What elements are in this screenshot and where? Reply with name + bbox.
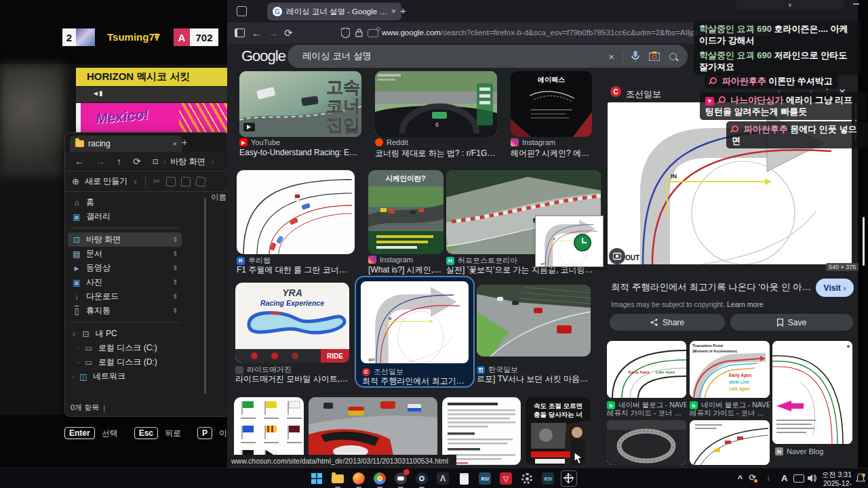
result-thumbnail-ride-magazine[interactable]: YRA Racing Experience RIDE <box>235 283 349 363</box>
tracking-shield-icon[interactable] <box>341 28 350 38</box>
taskbar-capture-target-icon[interactable] <box>561 470 577 487</box>
taskbar-steam-icon[interactable] <box>414 470 430 487</box>
selected-result-card[interactable]: C조선일보 최적 주행라인에서 최고기록 나온... <box>355 276 475 388</box>
tab-close-icon[interactable]: × <box>173 140 177 148</box>
tray-sync-icon[interactable]: ⟳ <box>749 472 756 483</box>
lens-search-icon[interactable] <box>649 52 660 61</box>
refresh-icon[interactable]: ⟳ <box>133 157 141 166</box>
sidebar-item-desktop[interactable]: ⊡바탕 화면✎ <box>68 232 182 247</box>
explorer-tab[interactable]: racing × <box>70 136 182 152</box>
rename-icon[interactable] <box>195 176 206 186</box>
related-thumbnail-2[interactable]: Transition Point (Moment of Acceleration… <box>690 341 770 398</box>
back-icon[interactable]: ← <box>252 28 262 38</box>
visit-button[interactable]: Visit› <box>816 279 854 297</box>
forward-icon[interactable]: → <box>96 157 105 166</box>
result-thumbnail-ruliweb-diagram[interactable] <box>237 170 355 254</box>
chat-collapsed-row[interactable]: ∨ <box>736 1 844 9</box>
ime-indicator[interactable]: A <box>781 473 787 483</box>
result-source[interactable]: Instagram <box>511 138 592 146</box>
up-icon[interactable]: ↑ <box>117 157 121 166</box>
taskbar-explorer-icon[interactable] <box>330 470 346 487</box>
tab-list-icon[interactable] <box>237 6 247 16</box>
related-thumbnail-apex-diagram[interactable] <box>690 420 770 465</box>
page-scrollbar[interactable] <box>863 217 865 266</box>
collapse-chevron-icon[interactable]: ∨ <box>72 331 77 338</box>
result-source[interactable]: Instagram <box>368 256 443 264</box>
new-item-button[interactable]: 새로 만들기 <box>85 176 127 187</box>
tray-notification-bell-icon[interactable] <box>856 473 865 483</box>
voice-search-icon[interactable] <box>631 51 639 62</box>
search-box[interactable]: 레이싱 코너 설명 × <box>288 45 688 68</box>
new-item-chevron-icon[interactable]: ∨ <box>133 178 138 185</box>
site-permissions-icon[interactable] <box>368 29 378 37</box>
result-source[interactable]: ▶YouTube <box>239 138 361 146</box>
google-lens-icon[interactable] <box>609 248 625 264</box>
result-title[interactable]: 코너링 제대로 하는 법? : r/F1Game <box>375 148 497 159</box>
sidebar-item-recycle-bin[interactable]: ▯휴지통✎ <box>68 304 182 318</box>
tray-clock[interactable]: 오전 3:31 2025-12-05 <box>819 470 852 488</box>
result-title[interactable]: F1 주월에 대한 룰 그란 코너링 페널티... <box>237 264 355 276</box>
sidebar-item-disk-c[interactable]: ›▭로컬 디스크 (C:) <box>68 341 182 355</box>
tray-display-icon[interactable] <box>793 474 804 483</box>
related-source[interactable]: NNaver Blog <box>775 447 852 455</box>
result-title[interactable]: 라이드매거진 모바일 사이트, 제5회 ... <box>235 373 349 385</box>
result-thumbnail-reddit[interactable]: 6 <box>375 71 497 137</box>
cut-icon[interactable]: ✂ <box>153 176 161 186</box>
taskbar-discord-icon[interactable] <box>393 470 409 487</box>
taskbar-aframe-app-icon[interactable]: Λ <box>435 470 451 487</box>
search-submit-icon[interactable] <box>669 53 677 60</box>
lock-icon[interactable] <box>355 28 363 37</box>
taskbar-rsi-dark-icon[interactable]: RSI <box>540 470 556 487</box>
sidebar-item-pictures[interactable]: ▣사진✎ <box>68 275 182 289</box>
browser-active-tab[interactable]: G 레이싱 코너 설명 - Google Se × <box>267 3 401 20</box>
expand-chevron-icon[interactable]: › <box>77 345 79 352</box>
reload-icon[interactable]: ⟳ <box>284 28 293 38</box>
sidebar-item-downloads[interactable]: ↓다운로드✎ <box>68 289 182 304</box>
sidebar-item-videos[interactable]: ▶동영상✎ <box>68 261 182 275</box>
back-icon[interactable]: ← <box>75 157 84 166</box>
tray-expand-icon[interactable]: ^ <box>738 474 743 483</box>
taskbar-chrome-icon[interactable] <box>372 470 388 487</box>
result-thumbnail-youtube[interactable]: 고속 코너 진입 <box>239 71 361 137</box>
taskbar-notepad-icon[interactable] <box>456 470 472 487</box>
sidebar-item-home[interactable]: ⌂홈 <box>68 195 182 209</box>
sidebar-item-network[interactable]: ›◫네트워크 <box>68 369 182 384</box>
paste-icon[interactable] <box>181 177 191 186</box>
sidebar-item-gallery[interactable]: ▣갤러리 <box>68 209 182 224</box>
breadcrumb[interactable]: 바탕 화면 <box>170 156 205 167</box>
related-thumbnail-1[interactable]: Early Apex Late Apex <box>607 341 686 398</box>
forward-icon[interactable]: → <box>268 28 278 38</box>
result-title[interactable]: [What is?] 시케인, 그... <box>368 264 443 276</box>
tab-close-icon[interactable]: × <box>391 7 396 16</box>
expand-chevron-icon[interactable]: › <box>77 359 79 366</box>
related-title[interactable]: 레퓨지 가이드 - 코너 라인의 ... <box>607 409 686 418</box>
taskbar-settings-gear-icon[interactable] <box>519 470 535 487</box>
result-title[interactable]: 르포] TV서나 보던 서킷 마음껏...급... <box>477 373 591 385</box>
sidebar-item-documents[interactable]: ▤문서✎ <box>68 247 182 261</box>
related-title[interactable]: 레퓨지 가이드 - 코너 라인의 ... <box>690 409 770 418</box>
new-tab-icon[interactable]: + <box>182 138 187 147</box>
start-button[interactable] <box>309 470 325 487</box>
chevron-down-icon[interactable]: ∨ <box>788 2 792 8</box>
result-thumbnail-hankook-track[interactable] <box>477 285 591 357</box>
result-thumbnail-instagram-chicane[interactable]: 시케인이란? <box>368 170 443 254</box>
taskbar-firefox-icon[interactable] <box>351 470 367 487</box>
tray-download-arrow-icon[interactable]: ↓ <box>766 473 770 483</box>
new-item-plus-icon[interactable]: ⊕ <box>72 177 79 186</box>
image-hover-preview-popup[interactable] <box>535 216 604 267</box>
learn-more-link[interactable]: Learn more <box>727 300 764 308</box>
panel-source-name[interactable]: 조선일보 <box>626 88 661 100</box>
result-title[interactable]: Easy-to-Understand Racing: Episode 1 [..… <box>239 148 361 157</box>
result-thumbnail-instagram-apex[interactable]: 에이팩스 <box>511 71 592 137</box>
sidebar-item-disk-d[interactable]: ›▭로컬 디스크 (D:) <box>68 355 182 369</box>
expand-chevron-icon[interactable]: › <box>72 373 74 380</box>
tray-volume-icon[interactable] <box>808 474 817 483</box>
sidebar-item-this-pc[interactable]: ∨⊡내 PC <box>68 327 182 341</box>
search-query[interactable]: 레이싱 코너 설명 <box>302 50 608 62</box>
panel-image-title[interactable]: 최적 주행라인에서 최고기록 나온다 '아웃 인 아웃' <box>611 281 812 293</box>
result-title[interactable]: 최적 주행라인에서 최고기록 나온... <box>362 375 469 387</box>
result-title[interactable]: 헤어핀? 시케인? 에이펙... <box>511 148 592 159</box>
result-source[interactable]: Reddit <box>375 138 497 146</box>
taskbar-rsi-icon[interactable]: RSI <box>477 470 493 487</box>
copy-icon[interactable] <box>166 177 176 186</box>
